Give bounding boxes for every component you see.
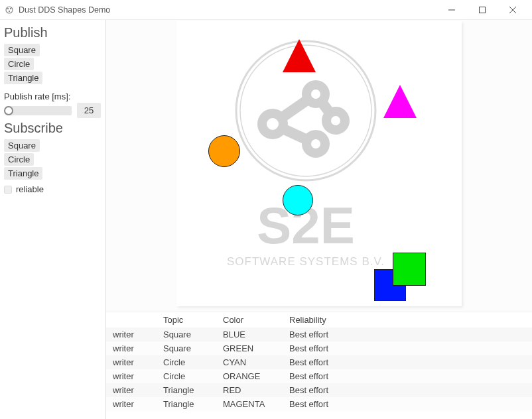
col-kind[interactable] xyxy=(106,312,159,328)
reliable-checkbox[interactable] xyxy=(4,186,12,194)
publish-triangle-button[interactable]: Triangle xyxy=(4,72,42,84)
shape-magenta_triangle[interactable] xyxy=(383,85,417,118)
cell-reliability: Best effort xyxy=(285,369,532,383)
cell-reliability: Best effort xyxy=(285,397,532,411)
cell-color: RED xyxy=(219,383,285,397)
table-row[interactable]: writerSquareBLUEBest effort xyxy=(106,328,532,341)
cell-kind: writer xyxy=(106,383,159,397)
svg-point-2 xyxy=(10,7,11,9)
svg-point-3 xyxy=(9,10,10,11)
maximize-icon xyxy=(479,7,486,13)
cell-topic: Triangle xyxy=(159,383,219,397)
close-button[interactable] xyxy=(498,0,528,19)
window-title: Dust DDS Shapes Demo xyxy=(19,5,110,15)
cell-topic: Triangle xyxy=(159,397,219,411)
titlebar: Dust DDS Shapes Demo xyxy=(0,0,532,20)
svg-line-11 xyxy=(273,124,316,144)
table-row[interactable]: writerTriangleREDBest effort xyxy=(106,383,532,397)
shape-cyan_circle[interactable] xyxy=(283,185,313,215)
cell-reliability: Best effort xyxy=(285,328,532,341)
subscribe-heading: Subscribe xyxy=(4,121,101,136)
subscribe-triangle-button[interactable]: Triangle xyxy=(4,167,42,180)
svg-rect-5 xyxy=(480,7,486,13)
main-area: S2E SOFTWARE SYSTEMS B.V. Topic Color Re… xyxy=(106,20,532,419)
shape-red_triangle[interactable] xyxy=(283,39,316,72)
cell-kind: writer xyxy=(106,397,159,411)
cell-topic: Circle xyxy=(159,369,219,383)
publish-rate-label: Publish rate [ms]: xyxy=(4,91,101,101)
cell-kind: writer xyxy=(106,328,159,341)
cell-topic: Square xyxy=(159,341,219,355)
sidebar: Publish Square Circle Triangle Publish r… xyxy=(0,20,106,419)
svg-text:SOFTWARE SYSTEMS B.V.: SOFTWARE SYSTEMS B.V. xyxy=(227,255,385,268)
subscribe-square-button[interactable]: Square xyxy=(4,139,40,152)
window-buttons xyxy=(436,0,528,19)
cell-topic: Circle xyxy=(159,355,219,369)
col-reliability[interactable]: Reliability xyxy=(285,312,532,328)
publish-rate-value[interactable] xyxy=(77,103,101,118)
table-row[interactable]: writerCircleORANGEBest effort xyxy=(106,369,532,383)
svg-point-14 xyxy=(306,85,325,103)
cell-reliability: Best effort xyxy=(285,383,532,397)
cell-kind: writer xyxy=(106,341,159,355)
entities-table: Topic Color Reliability writerSquareBLUE… xyxy=(106,312,532,419)
close-icon xyxy=(509,7,516,13)
maximize-button[interactable] xyxy=(467,0,498,19)
cell-topic: Square xyxy=(159,328,219,341)
cell-color: GREEN xyxy=(219,341,285,355)
svg-point-0 xyxy=(6,7,13,13)
shapes-canvas[interactable]: S2E SOFTWARE SYSTEMS B.V. xyxy=(176,21,462,306)
publish-square-button[interactable]: Square xyxy=(4,44,40,56)
publish-circle-button[interactable]: Circle xyxy=(4,58,34,70)
cell-reliability: Best effort xyxy=(285,341,532,355)
cell-color: ORANGE xyxy=(219,369,285,383)
minimize-icon xyxy=(448,7,455,13)
svg-line-10 xyxy=(273,94,316,124)
publish-rate-slider[interactable] xyxy=(5,106,72,115)
cell-color: BLUE xyxy=(219,328,285,341)
minimize-button[interactable] xyxy=(436,0,467,19)
cell-color: CYAN xyxy=(219,355,285,369)
svg-point-15 xyxy=(326,111,345,130)
app-icon xyxy=(4,5,15,15)
shape-green_square[interactable] xyxy=(393,253,426,286)
col-color[interactable]: Color xyxy=(219,312,285,328)
cell-reliability: Best effort xyxy=(285,355,532,369)
cell-kind: writer xyxy=(106,369,159,383)
table-row[interactable]: writerSquareGREENBest effort xyxy=(106,341,532,355)
cell-kind: writer xyxy=(106,355,159,369)
svg-line-12 xyxy=(316,94,336,121)
cell-color: MAGENTA xyxy=(219,397,285,411)
reliable-label: reliable xyxy=(16,184,44,194)
table-row[interactable]: writerTriangleMAGENTABest effort xyxy=(106,397,532,411)
table-row[interactable]: writerCircleCYANBest effort xyxy=(106,355,532,369)
svg-point-16 xyxy=(306,135,325,153)
shape-orange_circle[interactable] xyxy=(208,135,240,167)
svg-point-1 xyxy=(7,7,9,9)
publish-heading: Publish xyxy=(4,25,101,40)
subscribe-circle-button[interactable]: Circle xyxy=(4,153,34,166)
col-topic[interactable]: Topic xyxy=(159,312,219,328)
svg-point-13 xyxy=(262,113,283,135)
